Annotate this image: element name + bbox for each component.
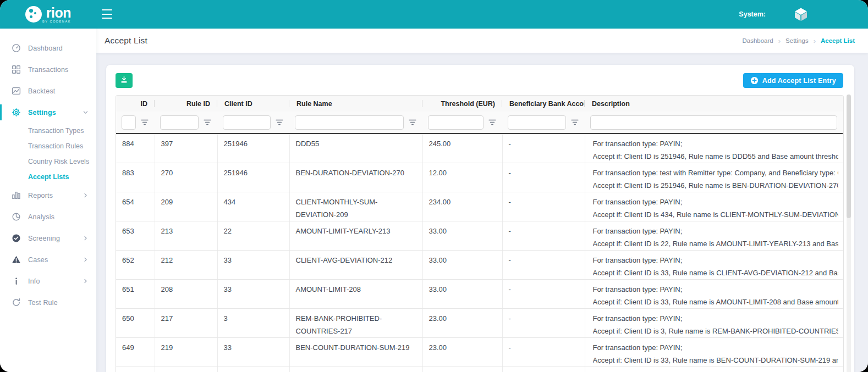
table-row[interactable]: 64821723REM-BANK-PROHIBITED-COUNTRIES-21… [116, 367, 843, 372]
cell-rule-id: 217 [155, 367, 217, 372]
filter-input-threshold-eur-[interactable] [428, 115, 484, 130]
table-row[interactable]: 64921933BEN-COUNT-DURATION-SUM-21923.00-… [116, 338, 843, 367]
cell-rule-name: REM-BANK-PROHIBITED-COUNTRIES-217 [289, 309, 422, 338]
cell-threshold: 23.00 [422, 367, 502, 372]
cell-threshold: 23.00 [422, 309, 502, 338]
filter-icon[interactable] [204, 119, 212, 126]
sidebar-item-dashboard[interactable]: Dashboard [0, 37, 96, 59]
cell-beneficiary: - [502, 338, 585, 367]
cell-beneficiary: - [502, 280, 585, 309]
column-header-rule-id[interactable]: Rule ID [155, 96, 217, 112]
sidebar-item-country-risk-levels[interactable]: Country Risk Levels [0, 154, 96, 169]
table-row[interactable]: 65221233CLIENT-AVG-DEVIATION-21233.00-Fo… [116, 251, 843, 280]
table-row[interactable]: 883270251946BEN-DURATION-DEVIATION-27012… [116, 163, 843, 192]
transactions-icon [12, 65, 21, 74]
chevron-down-icon [82, 109, 89, 116]
sidebar-item-cases[interactable]: Cases [0, 249, 96, 270]
cell-id: 648 [116, 367, 155, 372]
active-indicator [0, 295, 2, 310]
vertical-scrollbar[interactable] [847, 95, 851, 372]
system-cube-icon[interactable] [792, 5, 810, 23]
cell-rule-id: 219 [155, 338, 217, 367]
cell-beneficiary: - [502, 192, 585, 221]
cell-id: 883 [116, 163, 155, 192]
filter-input-client-id[interactable] [223, 115, 271, 130]
description-line: Accept if: Client ID is 33, Rule name is… [593, 354, 839, 367]
sidebar-item-transaction-types[interactable]: Transaction Types [0, 123, 96, 138]
cell-threshold: 245.00 [422, 134, 502, 163]
description-line: Accept if: Client ID is 434, Rule name i… [593, 208, 839, 221]
settings-icon [12, 108, 21, 117]
table-row[interactable]: 6502173REM-BANK-PROHIBITED-COUNTRIES-217… [116, 309, 843, 338]
cell-id: 653 [116, 221, 155, 251]
cell-client-id: 33 [217, 251, 289, 280]
cell-description: For transaction type: PAYIN;Accept if: C… [585, 192, 843, 221]
cell-rule-id: 208 [155, 280, 217, 309]
menu-toggle-icon[interactable] [102, 9, 112, 19]
filter-input-id[interactable] [122, 115, 136, 130]
sidebar-item-screening[interactable]: Screening [0, 227, 96, 249]
cell-id: 651 [116, 280, 155, 309]
table-filter-row [116, 112, 843, 134]
description-line: Accept if: Client ID is 33, Rule name is… [593, 266, 839, 279]
column-header-rule-name[interactable]: Rule Name [289, 96, 422, 112]
cell-beneficiary: - [502, 251, 585, 280]
filter-icon[interactable] [571, 119, 579, 126]
description-line: Accept if: Client ID is 251946, Rule nam… [593, 150, 839, 163]
cell-client-id: 251946 [217, 163, 289, 192]
sidebar-item-reports[interactable]: Reports [0, 185, 96, 206]
table-row[interactable]: 654209434CLIENT-MONTHLY-SUM-DEVIATION-20… [116, 192, 843, 221]
export-download-button[interactable] [116, 73, 133, 88]
chevron-right-icon [82, 192, 89, 199]
sidebar-item-transaction-rules[interactable]: Transaction Rules [0, 138, 96, 154]
sidebar-item-transactions[interactable]: Transactions [0, 59, 96, 80]
description-line: For transaction type: PAYIN; [593, 254, 839, 266]
filter-input-beneficiary-bank-account[interactable] [508, 115, 566, 130]
table-row[interactable]: 65321322AMOUNT-LIMIT-YEARLY-21333.00-For… [116, 221, 843, 251]
filter-icon[interactable] [488, 119, 497, 126]
cell-id: 650 [116, 309, 155, 338]
brand-logo[interactable]: rion by CODENAK [0, 0, 96, 29]
scrollbar-thumb[interactable] [847, 95, 851, 218]
filter-input-rule-id[interactable] [160, 115, 199, 130]
table-row[interactable]: 65120833AMOUNT-LIMIT-20833.00-For transa… [116, 280, 843, 309]
breadcrumb-separator-icon: › [814, 37, 816, 45]
active-indicator [0, 252, 2, 268]
table-body: 884397251946DDD55245.00-For transaction … [116, 134, 843, 372]
backtest-icon [12, 86, 21, 96]
active-indicator [0, 273, 2, 289]
screening-icon [12, 234, 21, 243]
filter-icon[interactable] [409, 119, 417, 126]
column-header-threshold-eur-[interactable]: Threshold (EUR) [422, 96, 502, 112]
cell-rule-name: CLIENT-AVG-DEVIATION-212 [289, 251, 422, 280]
cell-threshold: 33.00 [422, 251, 502, 280]
filter-input-description[interactable] [590, 115, 837, 130]
filter-input-rule-name[interactable] [295, 115, 404, 130]
cell-rule-id: 213 [155, 221, 217, 251]
description-line: For transaction type: PAYIN; [593, 196, 839, 208]
column-header-description[interactable]: Description [585, 96, 843, 112]
test-rule-icon [12, 298, 21, 307]
table-row[interactable]: 884397251946DDD55245.00-For transaction … [116, 134, 843, 163]
sidebar-item-test-rule[interactable]: Test Rule [0, 292, 96, 313]
sidebar-item-accept-lists[interactable]: Accept Lists [0, 169, 96, 185]
cell-rule-id: 217 [155, 309, 217, 338]
filter-icon[interactable] [276, 119, 284, 126]
sidebar-item-analysis[interactable]: Analysis [0, 206, 96, 227]
plus-circle-icon [750, 76, 759, 85]
cell-rule-name: CLIENT-MONTHLY-SUM-DEVIATION-209 [289, 192, 422, 221]
column-header-client-id[interactable]: Client ID [217, 96, 289, 112]
breadcrumb-dashboard[interactable]: Dashboard [742, 37, 773, 44]
content-area: Add Accept List Entry IDRule IDClient ID… [96, 53, 868, 372]
cell-id: 652 [116, 251, 155, 280]
filter-icon[interactable] [141, 119, 149, 126]
sidebar-item-settings[interactable]: Settings [0, 102, 96, 123]
active-indicator [0, 209, 2, 225]
breadcrumb-settings[interactable]: Settings [785, 37, 809, 44]
add-accept-list-entry-button[interactable]: Add Accept List Entry [743, 73, 843, 88]
cell-rule-name: DDD55 [289, 134, 422, 163]
column-header-beneficiary-bank-account[interactable]: Beneficiary Bank Account [502, 96, 585, 112]
column-header-id[interactable]: ID [116, 96, 155, 112]
sidebar-item-backtest[interactable]: Backtest [0, 80, 96, 102]
sidebar-item-info[interactable]: Info [0, 270, 96, 292]
